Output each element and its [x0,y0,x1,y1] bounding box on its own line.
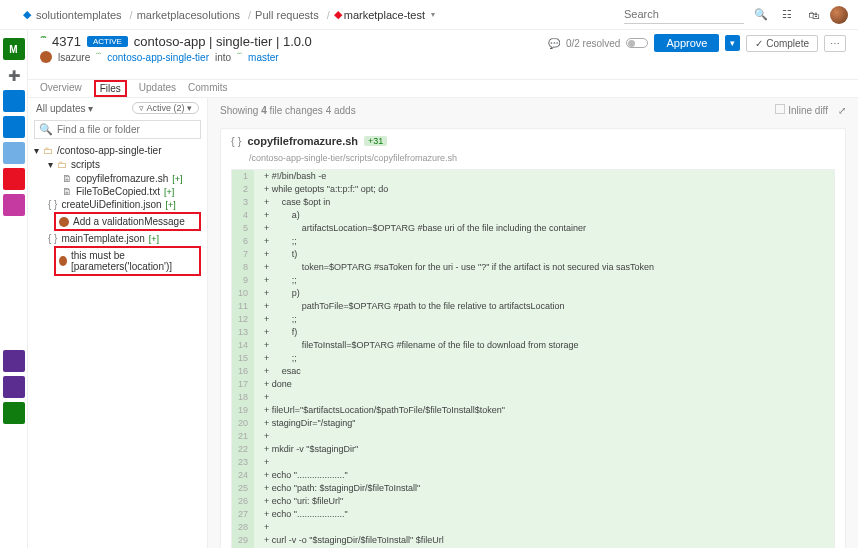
rail-item[interactable] [3,90,25,112]
rail-item[interactable]: ➕ [3,64,25,86]
complete-button[interactable]: ✓ Complete [746,35,818,52]
comment-annotation-1[interactable]: Add a validationMessage [54,212,201,231]
rail-item[interactable] [3,272,25,294]
tab-overview[interactable]: Overview [40,82,82,96]
search-icon[interactable]: 🔍 [752,6,770,24]
find-file-row[interactable]: 🔍 [34,120,201,139]
rail-item[interactable] [3,220,25,242]
diff-main: Showing 4 file changes 4 adds Inline dif… [208,98,858,548]
file-tree-sidebar: All updates ▾ ▿ Active (2) ▾ 🔍 ▾🗀/contos… [28,98,208,548]
file-name[interactable]: copyfilefromazure.sh [247,135,358,147]
pr-id: 4371 [52,34,81,49]
crumb-3[interactable]: Pull requests [255,9,319,21]
crumb-2[interactable]: marketplacesolutions [137,9,240,21]
search-input[interactable] [624,6,744,24]
rail-item[interactable]: M [3,38,25,60]
rail-item[interactable] [3,246,25,268]
source-branch[interactable]: contoso-app-single-tier [107,52,209,63]
resolved-count: 0/2 resolved [566,38,620,49]
file-change-summary: Showing 4 file changes 4 adds [220,105,356,116]
tab-commits[interactable]: Commits [188,82,227,96]
all-updates-label[interactable]: All updates ▾ [36,103,93,114]
author-name: lsazure [58,52,90,63]
tab-updates[interactable]: Updates [139,82,176,96]
rail-item[interactable] [3,324,25,346]
tree-file-4[interactable]: { }mainTemplate.json [+] [34,233,201,244]
search-icon: 🔍 [39,123,53,136]
rail-item[interactable] [3,402,25,424]
crumb-4[interactable]: marketplace-test [344,9,425,21]
branch-icon: ྉ [40,35,46,49]
filter-icon[interactable]: ☷ [778,6,796,24]
file-type-icon: { } [231,135,241,147]
pr-header: ྉ 4371 ACTIVE contoso-app | single-tier … [28,30,858,80]
pr-bookmark-icon: ◆ [334,8,342,21]
scripts-folder[interactable]: ▾🗀scripts [34,159,201,170]
rail-item[interactable] [3,376,25,398]
comment-annotation-2[interactable]: this must be [parameters('location')] [54,246,201,276]
comment-icon: 💬 [548,38,560,49]
active-filter-pill[interactable]: ▿ Active (2) ▾ [132,102,199,114]
rail-item[interactable] [3,298,25,320]
pr-title: contoso-app | single-tier | 1.0.0 [134,34,312,49]
autocomplete-toggle[interactable] [626,38,648,48]
inline-diff-toggle[interactable]: Inline diff [775,104,828,116]
file-path: /contoso-app-single-tier/scripts/copyfil… [221,153,845,169]
approve-button[interactable]: Approve [654,34,719,52]
more-button[interactable]: ⋯ [824,35,846,52]
user-avatar[interactable] [830,6,848,24]
left-nav-rail: M➕ [0,30,28,548]
file-diff-block: { }copyfilefromazure.sh+31/contoso-app-s… [220,128,846,548]
rail-item[interactable] [3,116,25,138]
into-label: into [215,52,231,63]
status-badge: ACTIVE [87,36,128,47]
code-diff: 1 + #!/bin/bash -e2 + while getopts "a:t… [231,169,835,548]
target-branch[interactable]: master [248,52,279,63]
pr-tabs: Overview Files Updates Commits [28,80,858,98]
tab-files[interactable]: Files [94,80,127,97]
azure-devops-logo[interactable]: ◆ [18,6,36,24]
tree-file-1[interactable]: 🗎copyfilefromazure.sh [+] [34,173,201,184]
tree-file-3[interactable]: { }createUiDefinition.json [+] [34,199,201,210]
rail-item[interactable] [3,168,25,190]
tree-file-2[interactable]: 🗎FileToBeCopied.txt [+] [34,186,201,197]
rail-item[interactable] [3,350,25,372]
find-file-input[interactable] [57,124,196,135]
author-avatar [40,51,52,63]
crumb-1[interactable]: solutiontemplates [36,9,122,21]
expand-icon[interactable]: ⤢ [838,105,846,116]
breadcrumb-bar: ◆ solutiontemplates/ marketplacesolution… [0,0,858,30]
rail-item[interactable] [3,142,25,164]
approve-menu[interactable]: ▾ [725,35,740,51]
root-folder[interactable]: ▾🗀/contoso-app-single-tier [34,145,201,156]
additions-badge: +31 [364,136,387,146]
bag-icon[interactable]: 🛍 [804,6,822,24]
rail-item[interactable] [3,194,25,216]
